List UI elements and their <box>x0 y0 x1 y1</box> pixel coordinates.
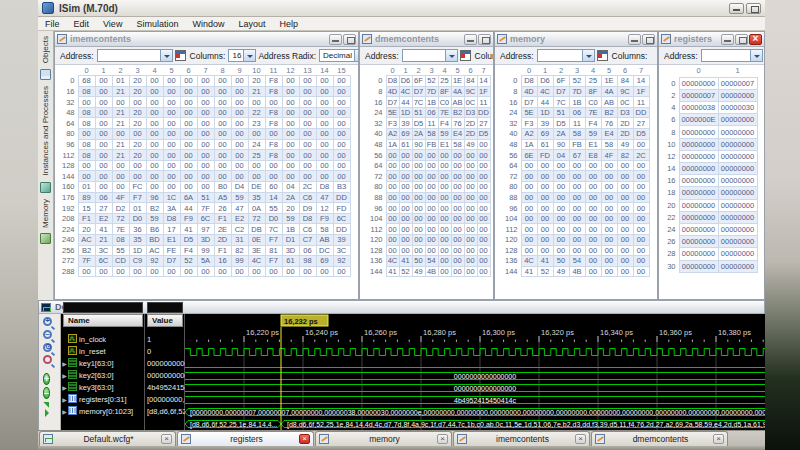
memory-cell[interactable]: 00 <box>464 245 477 256</box>
memory-cell[interactable]: 00 <box>617 235 633 246</box>
memory-cell[interactable]: 20 <box>129 139 146 150</box>
memory-cell[interactable]: 82 <box>617 150 633 161</box>
memory-cell[interactable]: F8 <box>265 118 282 129</box>
memory-cell[interactable]: D2 <box>112 203 129 214</box>
close-icon[interactable]: × <box>575 434 586 444</box>
memory-cell[interactable]: 00 <box>231 160 248 171</box>
memory-cell[interactable]: 6C <box>95 256 112 267</box>
memory-cell[interactable]: 0E <box>248 235 265 246</box>
memory-cell[interactable]: 41 <box>180 224 197 235</box>
memory-cell[interactable]: 20 <box>248 76 265 87</box>
memory-cell[interactable]: 00 <box>231 139 248 150</box>
memory-cell[interactable]: D3 <box>617 107 633 118</box>
memory-icon[interactable] <box>40 233 51 244</box>
memory-cell[interactable]: 00000000 <box>679 126 718 138</box>
memory-cell[interactable]: 00 <box>617 256 633 267</box>
memory-cell[interactable]: 00 <box>316 160 333 171</box>
memory-cell[interactable]: 00 <box>163 139 180 150</box>
memory-cell[interactable]: 9C <box>464 86 477 97</box>
memory-cell[interactable]: 4C <box>248 256 265 267</box>
expand-arrow-icon[interactable]: ▶ <box>61 384 68 391</box>
prev-transition-button[interactable]: – <box>43 382 56 394</box>
memory-cell[interactable]: 00 <box>95 171 112 182</box>
memory-cell[interactable]: 00 <box>231 86 248 97</box>
memory-cell[interactable]: 00 <box>386 213 399 224</box>
memory-cell[interactable]: 00 <box>438 213 451 224</box>
memory-cell[interactable]: D7 <box>412 86 425 97</box>
memory-cell[interactable]: 00 <box>299 97 316 108</box>
memory-cell[interactable]: 00 <box>197 76 214 87</box>
memory-cell[interactable]: 00 <box>78 266 95 277</box>
memory-cell[interactable]: 00 <box>299 86 316 97</box>
bottom-tab-defaultwcfg[interactable]: Default.wcfg*× <box>39 431 176 446</box>
memory-cell[interactable]: 00 <box>537 160 553 171</box>
memory-cell[interactable]: 00 <box>333 266 350 277</box>
memory-cell[interactable]: 00 <box>146 182 163 193</box>
memory-cell[interactable]: 00 <box>282 76 299 87</box>
memory-cell[interactable]: A2 <box>521 129 537 140</box>
memory-cell[interactable]: 00 <box>299 150 316 161</box>
memory-cell[interactable]: 4D <box>521 86 537 97</box>
memory-cell[interactable]: 6C <box>197 213 214 224</box>
memory-cell[interactable]: 00 <box>601 266 617 277</box>
signal-row-memory01023[interactable]: ▶memory[0:1023][d8,d6,6f,52,25,1e,84,14,… <box>61 405 185 417</box>
memory-cell[interactable]: 92 <box>146 256 163 267</box>
memory-cell[interactable]: 00 <box>521 171 537 182</box>
memory-cell[interactable]: 08 <box>78 86 95 97</box>
memory-cell[interactable]: C0 <box>585 97 601 108</box>
memory-cell[interactable]: 4A <box>451 86 464 97</box>
memory-cell[interactable]: 00 <box>197 160 214 171</box>
memory-cell[interactable]: 00 <box>197 107 214 118</box>
memory-cell[interactable]: 00 <box>451 182 464 193</box>
memory-cell[interactable]: 00 <box>585 182 601 193</box>
memory-cell[interactable]: 7E <box>438 107 451 118</box>
memory-cell[interactable]: 00 <box>438 245 451 256</box>
memory-cell[interactable]: 4D <box>386 86 399 97</box>
memory-cell[interactable]: 27 <box>633 118 649 129</box>
memory-cell[interactable]: 00000000 <box>718 163 757 175</box>
memory-cell[interactable]: D5 <box>633 129 649 140</box>
memory-cell[interactable]: 00 <box>95 139 112 150</box>
memory-cell[interactable]: 00 <box>214 97 231 108</box>
memory-cell[interactable]: 61 <box>282 256 299 267</box>
memory-cell[interactable]: 00 <box>299 266 316 277</box>
memory-cell[interactable]: 00000000 <box>679 138 718 150</box>
memory-cell[interactable]: 5E <box>521 107 537 118</box>
memory-cell[interactable]: F4 <box>585 118 601 129</box>
memory-cell[interactable]: 00 <box>248 160 265 171</box>
close-icon[interactable]: × <box>299 434 310 444</box>
memory-cell[interactable]: 6F <box>412 76 425 87</box>
memory-cell[interactable]: 00 <box>537 235 553 246</box>
memory-cell[interactable]: 00 <box>214 160 231 171</box>
memory-cell[interactable]: 00 <box>180 266 197 277</box>
memory-cell[interactable]: 00 <box>399 182 412 193</box>
memory-cell[interactable]: 00 <box>438 203 451 214</box>
memory-cell[interactable]: 00 <box>585 224 601 235</box>
memory-cell[interactable]: 00 <box>214 76 231 87</box>
memory-cell[interactable]: 3D <box>282 245 299 256</box>
memory-cell[interactable]: 54 <box>569 256 585 267</box>
memory-cell[interactable]: 00 <box>601 235 617 246</box>
memory-cell[interactable]: 00 <box>477 192 490 203</box>
memory-cell[interactable]: 00 <box>299 139 316 150</box>
memory-cell[interactable]: 9C <box>617 86 633 97</box>
memory-cell[interactable]: 00 <box>197 86 214 97</box>
memory-cell[interactable]: 00 <box>282 97 299 108</box>
memory-cell[interactable]: F7 <box>265 235 282 246</box>
memory-cell[interactable]: 61 <box>537 139 553 150</box>
memory-cell[interactable]: 1F <box>477 86 490 97</box>
memory-cell[interactable]: DD <box>333 192 350 203</box>
memory-cell[interactable]: 00 <box>451 256 464 267</box>
memory-cell[interactable]: 00 <box>438 224 451 235</box>
memory-cell[interactable]: 00 <box>248 266 265 277</box>
memory-cell[interactable]: 00 <box>553 245 569 256</box>
memory-cell[interactable]: 59 <box>438 129 451 140</box>
memory-cell[interactable]: 00 <box>477 160 490 171</box>
memory-cell[interactable]: 39 <box>333 235 350 246</box>
memory-cell[interactable]: 00 <box>163 150 180 161</box>
memory-cell[interactable]: 00 <box>601 224 617 235</box>
memory-cell[interactable]: 00000000 <box>718 175 757 187</box>
memory-cell[interactable]: 00 <box>601 171 617 182</box>
radix-grid-icon[interactable] <box>175 50 186 61</box>
memory-cell[interactable]: 50 <box>553 256 569 267</box>
